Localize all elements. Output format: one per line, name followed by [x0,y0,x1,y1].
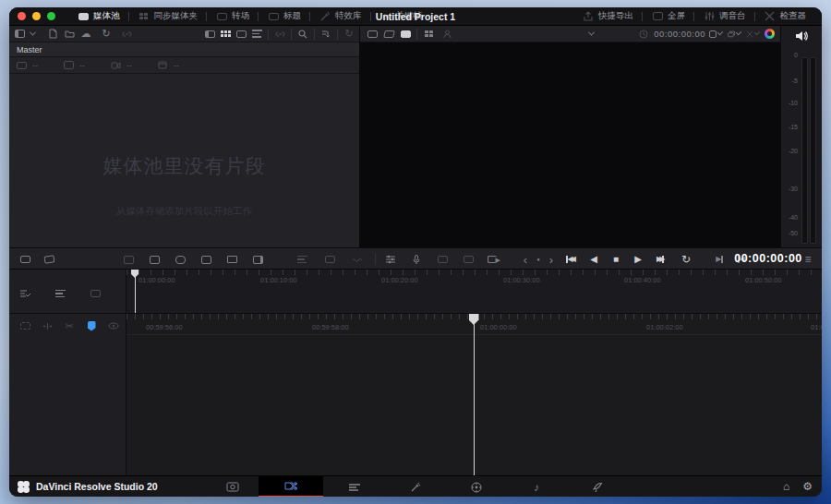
panel-layout-chevron-icon[interactable] [26,29,39,40]
people-icon[interactable] [440,29,453,40]
media-pool-empty-area[interactable]: 媒体池里没有片段 从媒体存储添加片段以开始工作 [9,74,359,247]
import-media-icon[interactable] [46,29,59,40]
thumbnail-view-icon[interactable] [219,29,232,40]
clip-link-icon[interactable] [273,29,286,40]
overview-tick-2: 01:00:20:00 [381,276,418,284]
detail-tick-1: 00:59:58:00 [312,323,349,331]
snapping-icon[interactable] [85,320,98,331]
go-to-first-frame-icon[interactable]: ◀◀ [563,254,576,265]
loop-icon[interactable] [680,254,692,265]
page-color-button[interactable] [458,476,495,497]
razor-icon[interactable] [63,320,76,331]
bin-breadcrumb[interactable]: Master [9,42,359,57]
detail-playhead-line[interactable] [474,314,475,475]
settings-icon[interactable] [802,480,813,493]
minimize-window-button[interactable] [32,12,41,20]
play-icon[interactable] [632,254,644,265]
place-on-top-icon[interactable] [225,254,238,265]
page-deliver-button[interactable] [579,476,616,497]
viewer-screen[interactable] [360,42,780,247]
tab-fullscreen[interactable]: 全屏 [643,7,693,26]
zoom-window-button[interactable] [47,12,55,20]
tools-icon[interactable] [384,254,397,265]
page-cut-button[interactable] [259,476,323,497]
source-tape-mode-icon[interactable] [382,29,395,40]
timeline-detail-area[interactable]: 00:59:56:00 00:59:58:00 01:00:00:00 01:0… [126,314,822,475]
play-reverse-icon[interactable] [587,254,600,265]
tab-mixer[interactable]: 调音台 [694,7,754,26]
viewer-dropdown-chevron-icon[interactable] [584,29,597,40]
color-swirl-icon[interactable] [765,29,775,39]
audio-trim-view-icon[interactable] [107,320,120,331]
source-clip-mode-icon[interactable] [366,29,379,40]
panel-layout-icon[interactable] [13,29,26,40]
overview-ruler[interactable] [126,270,822,275]
list-view-icon[interactable] [250,29,263,40]
davinci-resolve-logo[interactable] [18,481,30,493]
page-media-button[interactable] [214,476,251,497]
page-edit-button[interactable] [336,476,373,497]
go-to-last-frame-icon[interactable]: ▶▶ [654,254,667,265]
trim-icon[interactable] [41,320,54,331]
overview-tick-3: 01:00:30:00 [503,276,540,284]
append-end-icon[interactable] [148,254,161,265]
add-effect-icon[interactable] [351,254,364,265]
timeline-mode-icon[interactable] [399,29,412,40]
search-icon[interactable] [296,29,309,40]
speaker-icon[interactable] [795,30,808,42]
close-up-icon[interactable] [199,254,212,265]
add-title-icon[interactable] [323,254,336,265]
film-icon[interactable] [89,288,102,299]
strip-view-icon[interactable] [203,29,216,40]
overview-playhead-line[interactable] [135,270,136,313]
stop-icon[interactable] [609,254,622,265]
next-point-icon[interactable] [545,254,558,265]
traffic-lights [18,12,55,20]
relink-icon[interactable] [100,29,113,40]
insert-clip-icon[interactable] [18,254,31,265]
play-around-icon[interactable] [488,254,500,265]
sort-icon[interactable] [319,29,332,40]
page-fairlight-button[interactable] [518,476,555,497]
import-folder-icon[interactable] [63,29,76,40]
sync-clip-icon[interactable] [436,254,449,265]
append-clip-icon[interactable] [42,254,55,265]
voiceover-mic-icon[interactable] [410,254,423,265]
home-icon[interactable] [783,480,789,493]
tab-inspector[interactable]: 检查器 [755,7,815,26]
find-clip-icon[interactable] [462,254,475,265]
add-transition-icon[interactable] [295,254,308,265]
timeline-options-icon[interactable] [18,288,31,299]
link-icon[interactable] [120,29,133,40]
ripple-overwrite-icon[interactable] [174,254,187,265]
smart-insert-icon[interactable] [122,254,135,265]
source-overwrite-icon[interactable] [251,254,264,265]
tab-sync-bin-label: 同步媒体夹 [154,10,199,22]
track-divider-line [126,334,822,335]
next-edit-icon[interactable] [713,254,726,265]
range-select-icon[interactable] [18,320,31,331]
card-view-icon[interactable] [235,29,247,40]
refresh-icon[interactable] [343,29,355,40]
track-layers-icon[interactable] [54,288,66,299]
tab-quick-export[interactable]: 快捷导出 [573,7,642,26]
tab-titles[interactable]: 标题 [259,7,309,26]
titlebar: 媒体池 同步媒体夹 转场 标题 特效库 [9,7,822,26]
multicam-dropdown-icon[interactable] [728,29,741,40]
tab-transitions[interactable]: 转场 [207,7,258,26]
boring-detector-icon[interactable] [422,29,435,40]
sync-bin-icon [138,11,151,22]
timeline-menu-icon[interactable] [801,254,814,265]
stat-cameras: -- [109,60,132,71]
tab-media-pool[interactable]: 媒体池 [68,7,128,26]
page-fusion-button[interactable] [397,476,434,497]
cloud-icon[interactable] [79,29,92,40]
prev-point-icon[interactable] [519,254,532,265]
tab-sync-bin[interactable]: 同步媒体夹 [129,7,207,26]
close-window-button[interactable] [18,12,26,20]
timeline-overview-area[interactable]: 01:00:00:00 01:00:10:00 01:00:20:00 01:0… [126,270,822,313]
current-point-icon[interactable] [532,254,545,265]
tab-effects-library[interactable]: 特效库 [310,7,370,26]
resize-dropdown-icon[interactable] [709,29,722,40]
transform-dropdown-icon[interactable] [746,29,759,40]
